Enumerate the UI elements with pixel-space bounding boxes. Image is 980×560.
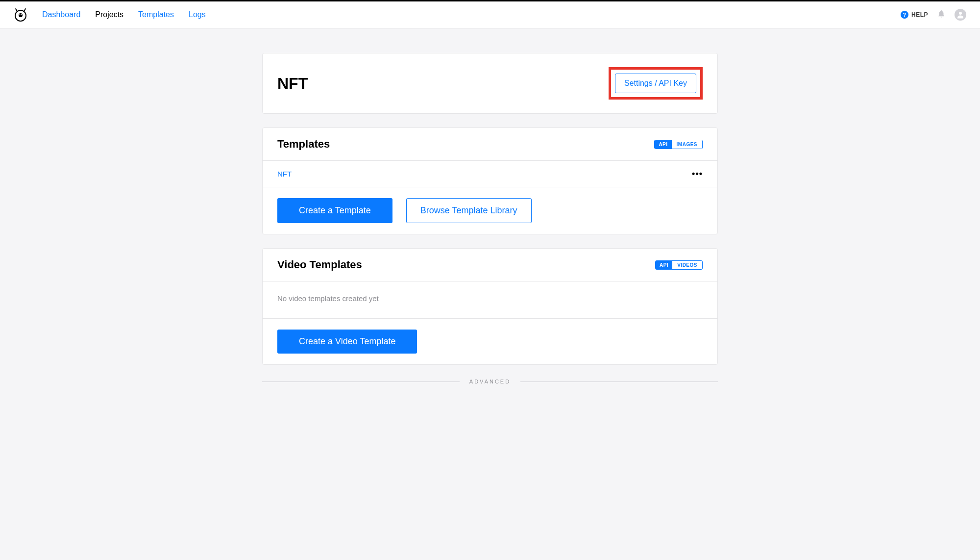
svg-point-1: [19, 13, 23, 17]
video-templates-badge: API VIDEOS: [655, 260, 703, 270]
svg-point-3: [21, 14, 22, 15]
advanced-divider: ADVANCED: [262, 379, 718, 384]
images-badge: IMAGES: [672, 140, 702, 149]
templates-section-header: Templates API IMAGES: [263, 128, 717, 161]
create-video-template-button[interactable]: Create a Video Template: [277, 330, 417, 354]
video-templates-title: Video Templates: [277, 258, 362, 271]
video-templates-actions: Create a Video Template: [263, 319, 717, 364]
nav-projects[interactable]: Projects: [95, 10, 123, 19]
api-badge: API: [655, 140, 671, 149]
help-icon: ?: [901, 11, 908, 19]
svg-point-6: [959, 12, 962, 15]
help-link[interactable]: ? HELP: [901, 11, 928, 19]
divider-line-left: [262, 382, 460, 382]
video-templates-empty: No video templates created yet: [263, 281, 717, 319]
api-badge-video: API: [656, 261, 672, 269]
nav-templates[interactable]: Templates: [138, 10, 174, 19]
settings-highlight: Settings / API Key: [609, 67, 703, 100]
notifications-icon[interactable]: [937, 9, 946, 20]
browse-template-library-button[interactable]: Browse Template Library: [406, 198, 532, 223]
svg-line-4: [16, 9, 17, 11]
logo-icon: [14, 8, 27, 22]
app-logo[interactable]: [14, 8, 27, 22]
nav-dashboard[interactable]: Dashboard: [42, 10, 80, 19]
help-label: HELP: [911, 11, 928, 18]
templates-badge: API IMAGES: [654, 140, 703, 149]
videos-badge: VIDEOS: [672, 261, 702, 269]
svg-line-5: [24, 9, 25, 11]
templates-actions: Create a Template Browse Template Librar…: [263, 187, 717, 234]
video-templates-section-header: Video Templates API VIDEOS: [263, 249, 717, 281]
settings-api-key-button[interactable]: Settings / API Key: [615, 74, 696, 93]
user-avatar[interactable]: [955, 9, 966, 21]
templates-title: Templates: [277, 138, 330, 151]
divider-line-right: [520, 382, 718, 382]
main-header: Dashboard Projects Templates Logs ? HELP: [0, 1, 980, 28]
template-more-icon[interactable]: •••: [692, 169, 703, 179]
template-row: NFT •••: [263, 161, 717, 187]
project-header: NFT Settings / API Key: [263, 53, 717, 113]
header-right: ? HELP: [901, 9, 966, 21]
main-container: NFT Settings / API Key Templates API IMA…: [262, 28, 718, 404]
create-template-button[interactable]: Create a Template: [277, 198, 392, 223]
header-left: Dashboard Projects Templates Logs: [14, 8, 206, 22]
video-templates-card: Video Templates API VIDEOS No video temp…: [262, 248, 718, 365]
templates-card: Templates API IMAGES NFT ••• Create a Te…: [262, 127, 718, 234]
project-card: NFT Settings / API Key: [262, 53, 718, 114]
main-nav: Dashboard Projects Templates Logs: [42, 10, 206, 19]
nav-logs[interactable]: Logs: [189, 10, 206, 19]
template-link-nft[interactable]: NFT: [277, 170, 292, 178]
project-title: NFT: [277, 75, 308, 93]
advanced-label: ADVANCED: [469, 379, 511, 384]
svg-point-2: [20, 14, 21, 15]
